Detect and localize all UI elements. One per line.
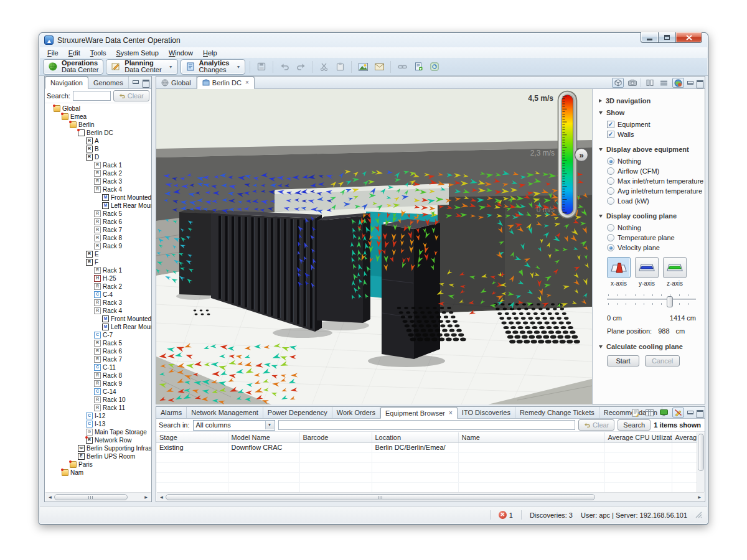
tree-item[interactable]: RRack 1 xyxy=(46,161,151,169)
above-max-temp-radio[interactable] xyxy=(607,177,614,185)
undo-button[interactable] xyxy=(278,60,291,73)
cancel-button[interactable]: Cancel xyxy=(645,355,680,366)
send-email-button[interactable] xyxy=(372,60,386,73)
panel-minimize-icon[interactable] xyxy=(687,80,693,86)
tree-item[interactable]: RNetwork Row xyxy=(46,436,151,444)
scrollbar-thumb[interactable] xyxy=(54,494,128,500)
section-display-above-equipment[interactable]: Display above equipment xyxy=(599,146,705,153)
tab-genomes[interactable]: Genomes xyxy=(88,77,129,88)
plane-nothing-radio[interactable] xyxy=(607,224,614,231)
table-row[interactable] xyxy=(156,462,697,472)
screenshot-button[interactable] xyxy=(626,78,638,88)
tree-item[interactable]: HH-25 xyxy=(46,274,151,282)
tab-remedy-change-tickets[interactable]: Remedy Change Tickets xyxy=(515,407,599,418)
tree-item[interactable]: RRack 6 xyxy=(46,218,151,226)
panel-maximize-icon[interactable] xyxy=(142,79,149,86)
tree-item[interactable]: RRack 8 xyxy=(46,234,151,242)
save-button[interactable] xyxy=(255,60,268,73)
tree-item[interactable]: RRack 9 xyxy=(46,380,151,388)
operations-perspective-button[interactable]: Operations Data Center xyxy=(43,59,103,75)
redo-button[interactable] xyxy=(294,60,308,73)
section-3d-navigation[interactable]: 3D navigation xyxy=(599,97,705,105)
columns-button[interactable] xyxy=(644,408,655,418)
globe-overlay-button[interactable] xyxy=(672,78,684,88)
search-column-combobox[interactable]: All columns ▼ xyxy=(193,420,275,431)
panel-minimize-icon[interactable] xyxy=(687,409,693,416)
tab-equipment-browser[interactable]: Equipment Browser× xyxy=(380,407,458,419)
tree-item[interactable]: RRack 5 xyxy=(46,210,151,218)
scroll-left-icon[interactable]: ◀ xyxy=(157,495,166,499)
above-avg-temp-radio[interactable] xyxy=(607,187,614,195)
tree-item[interactable]: RRack 8 xyxy=(46,371,151,380)
error-badge[interactable]: ✕ 1 xyxy=(499,511,513,519)
z-axis-button[interactable] xyxy=(663,257,687,278)
plane-position-slider[interactable] xyxy=(607,294,696,309)
close-icon[interactable]: × xyxy=(449,410,453,416)
menu-item-tools[interactable]: Tools xyxy=(85,49,111,57)
panel-maximize-icon[interactable] xyxy=(696,80,703,86)
column-header[interactable]: Name xyxy=(458,432,604,442)
tree-item[interactable]: RRack 7 xyxy=(46,226,151,234)
window-minimize-button[interactable] xyxy=(641,32,659,43)
tree-horizontal-scrollbar[interactable]: ◀ ▶ xyxy=(45,492,151,501)
tree-item[interactable]: CC-4 xyxy=(46,291,151,299)
tree-item[interactable]: RRack 11 xyxy=(46,404,151,412)
analytics-perspective-button[interactable]: Analytics Changes ▼ xyxy=(181,59,246,75)
tree-item[interactable]: SPBerlin Supporting Infrastru xyxy=(46,444,151,452)
above-airflow-radio[interactable] xyxy=(607,167,614,175)
planning-perspective-button[interactable]: Planning Data Center ▼ xyxy=(106,59,177,75)
3d-view-canvas[interactable]: 4,5 m/s 2,3 m/s 0 m/s » xyxy=(156,89,592,404)
legend-expand-button[interactable]: » xyxy=(575,149,588,162)
paste-button[interactable] xyxy=(333,60,347,73)
plane-velocity-radio[interactable] xyxy=(607,244,614,251)
column-header[interactable]: Stage xyxy=(156,432,228,442)
tree-item[interactable]: EBerlin UPS Room xyxy=(46,452,151,460)
scrollbar-thumb[interactable] xyxy=(166,494,595,500)
chevron-down-icon[interactable]: ▼ xyxy=(169,65,173,69)
tree-item[interactable]: CC-14 xyxy=(46,388,151,396)
tree-item[interactable]: RRack 3 xyxy=(46,177,151,185)
title-bar[interactable]: StruxureWare Data Center Operation xyxy=(39,33,708,47)
table-horizontal-scrollbar[interactable]: ◀ ▶ xyxy=(157,492,704,501)
tree-clear-button[interactable]: Clear xyxy=(113,90,149,101)
column-header[interactable]: Average Pow xyxy=(672,432,697,442)
link-button[interactable] xyxy=(395,60,409,73)
tree-item[interactable]: RRack 9 xyxy=(46,242,151,250)
cut-button[interactable] xyxy=(317,60,331,73)
menu-item-help[interactable]: Help xyxy=(198,49,222,57)
table-row[interactable]: ExistingDownflow CRACBerlin DC/Berlin/Em… xyxy=(156,442,697,452)
column-header[interactable]: Average CPU Utilization ... xyxy=(604,432,672,442)
tree-item[interactable]: RRack 2 xyxy=(46,282,151,291)
section-show[interactable]: Show xyxy=(599,109,705,116)
tree-item[interactable]: RA xyxy=(46,137,151,145)
window-maximize-button[interactable] xyxy=(659,32,676,43)
panel-minimize-icon[interactable] xyxy=(132,79,139,86)
tab-work-orders[interactable]: Work Orders xyxy=(332,407,380,418)
y-axis-button[interactable] xyxy=(635,257,659,278)
table-vertical-scrollbar[interactable] xyxy=(697,432,705,492)
tab-power-dependency[interactable]: Power Dependency xyxy=(263,407,332,418)
tree-item[interactable]: RRack 2 xyxy=(46,169,151,177)
link-editor-toggle[interactable] xyxy=(672,408,684,418)
tree-item[interactable]: MLeft Rear Moun xyxy=(46,202,151,210)
chevron-down-icon[interactable]: ▼ xyxy=(236,65,240,69)
resize-grip[interactable] xyxy=(695,511,702,518)
tree-item[interactable]: MLeft Rear Moun xyxy=(46,323,151,331)
table-row[interactable] xyxy=(156,482,697,492)
tree-item[interactable]: RRack 5 xyxy=(46,339,151,347)
equipment-clear-button[interactable]: Clear xyxy=(578,419,614,431)
start-button[interactable]: Start xyxy=(607,355,639,366)
close-icon[interactable]: × xyxy=(245,80,249,86)
tab-network-management[interactable]: Network Management xyxy=(187,407,263,418)
tree-item[interactable]: CI-13 xyxy=(46,420,151,428)
tree-item[interactable]: Global xyxy=(46,105,151,113)
report-button[interactable] xyxy=(629,408,641,418)
3d-view-button[interactable] xyxy=(612,78,624,88)
tree-item[interactable]: CC-11 xyxy=(46,363,151,371)
above-load-radio[interactable] xyxy=(607,197,614,205)
walls-checkbox[interactable]: ✓ xyxy=(607,131,614,138)
tree-item[interactable]: RF xyxy=(46,258,151,266)
synchronize-button[interactable] xyxy=(428,60,441,73)
slider-thumb[interactable] xyxy=(667,296,673,307)
tree-item[interactable]: RRack 4 xyxy=(46,307,151,315)
